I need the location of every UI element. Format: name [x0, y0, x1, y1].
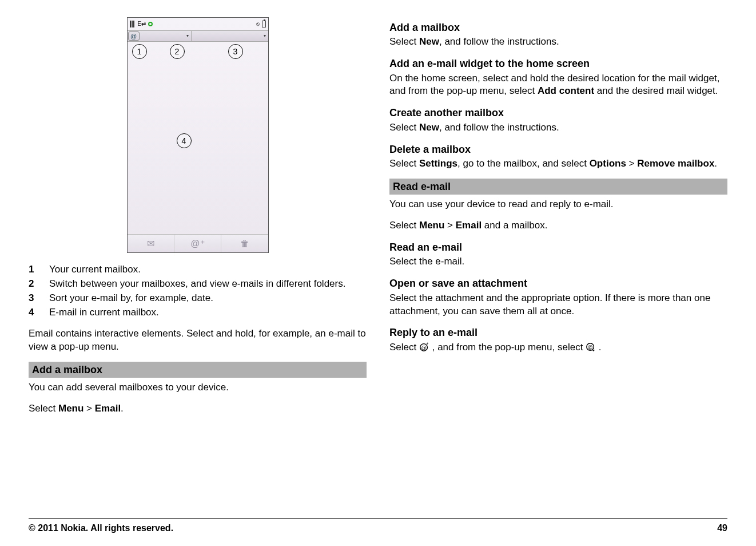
at-plus-icon: @+	[419, 342, 429, 352]
body-text: Select @+ , and from the pop-up menu, se…	[389, 341, 727, 354]
page-footer: © 2011 Nokia. All rights reserved. 49	[29, 518, 727, 535]
list-item: 4E-mail in current mailbox.	[29, 306, 367, 319]
body-text: Select New, and follow the instructions.	[389, 35, 727, 49]
body-text: Select the e-mail.	[389, 255, 727, 268]
folder-dropdown: ▾	[140, 31, 192, 41]
page-number: 49	[717, 522, 727, 535]
subheading: Add an e-mail widget to the home screen	[389, 57, 727, 70]
phone-mockup: E⇄ ⎋ @ ▾ ▾ 1 2 3 4 ✉ @⁺	[127, 17, 269, 253]
section-heading: Read e-mail	[389, 179, 727, 195]
body-text: Select the attachment and the appropriat…	[389, 292, 727, 318]
usb-icon: ⎋	[256, 20, 260, 28]
status-dot-icon	[148, 22, 153, 26]
mail-toolbar: @ ▾ ▾	[128, 30, 268, 42]
body-text: On the home screen, select and hold the …	[389, 72, 727, 98]
subheading: Create another mailbox	[389, 106, 727, 120]
status-bar: E⇄ ⎋	[128, 18, 268, 30]
body-text: You can add several mailboxes to your de…	[29, 381, 367, 394]
body-text: Select Menu > Email and a mailbox.	[389, 219, 727, 232]
list-item: 1Your current mailbox.	[29, 263, 367, 276]
at-reply-icon: @	[586, 342, 596, 352]
signal-icon	[130, 21, 136, 27]
list-item: 2Switch between your mailboxes, and view…	[29, 278, 367, 291]
trash-icon: 🗑	[221, 235, 268, 252]
subheading: Add a mailbox	[389, 21, 727, 34]
body-text: Select Settings, go to the mailbox, and …	[389, 157, 727, 171]
callout-1: 1	[132, 44, 147, 59]
subheading: Delete a mailbox	[389, 143, 727, 156]
body-text: Select New, and follow the instructions.	[389, 121, 727, 134]
section-heading: Add a mailbox	[29, 362, 367, 378]
bottom-toolbar: ✉ @⁺ 🗑	[128, 234, 268, 252]
legend-list: 1Your current mailbox. 2Switch between y…	[29, 263, 367, 319]
compose-icon: ✉	[128, 235, 174, 252]
mailbox-icon: @	[128, 31, 140, 41]
sort-dropdown: ▾	[192, 31, 268, 41]
subheading: Open or save an attachment	[389, 276, 727, 290]
subheading: Read an e-mail	[389, 240, 727, 254]
at-sync-icon: @⁺	[174, 235, 221, 252]
body-text: Email contains interactive elements. Sel…	[29, 327, 367, 354]
body-text: Select Menu > Email.	[29, 402, 367, 416]
copyright-text: © 2011 Nokia. All rights reserved.	[29, 522, 173, 535]
svg-text:+: +	[426, 342, 428, 346]
svg-text:@: @	[421, 345, 427, 350]
svg-text:@: @	[588, 344, 593, 350]
network-icon: E⇄	[138, 20, 146, 28]
callout-4: 4	[177, 133, 192, 148]
body-text: You can use your device to read and repl…	[389, 198, 727, 211]
chevron-down-icon: ▾	[186, 33, 189, 39]
list-item: 3Sort your e-mail by, for example, date.	[29, 292, 367, 305]
chevron-down-icon: ▾	[264, 33, 266, 39]
callout-3: 3	[228, 44, 243, 59]
subheading: Reply to an e-mail	[389, 326, 727, 339]
battery-icon	[262, 21, 266, 27]
callout-2: 2	[170, 44, 185, 59]
